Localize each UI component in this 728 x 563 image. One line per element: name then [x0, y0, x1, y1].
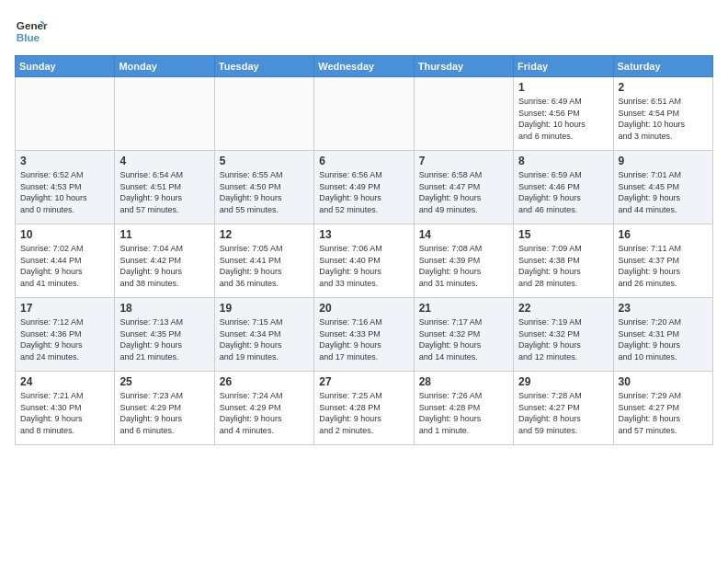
day-number: 1 — [518, 81, 608, 94]
svg-text:Blue: Blue — [17, 31, 40, 43]
calendar-cell: 2Sunrise: 6:51 AM Sunset: 4:54 PM Daylig… — [613, 77, 712, 151]
day-info: Sunrise: 6:59 AM Sunset: 4:46 PM Dayligh… — [518, 169, 608, 215]
day-number: 8 — [518, 155, 608, 167]
day-number: 2 — [619, 81, 708, 94]
day-info: Sunrise: 6:49 AM Sunset: 4:56 PM Dayligh… — [518, 96, 608, 142]
day-number: 9 — [619, 155, 708, 167]
day-info: Sunrise: 6:56 AM Sunset: 4:49 PM Dayligh… — [319, 169, 408, 215]
day-info: Sunrise: 7:02 AM Sunset: 4:44 PM Dayligh… — [20, 243, 109, 289]
calendar-header-row: SundayMondayTuesdayWednesdayThursdayFrid… — [16, 56, 713, 77]
day-number: 17 — [20, 302, 109, 315]
header: General Blue — [15, 15, 713, 48]
day-info: Sunrise: 6:55 AM Sunset: 4:50 PM Dayligh… — [220, 169, 309, 215]
day-number: 10 — [20, 228, 109, 241]
calendar-week-row-5: 24Sunrise: 7:21 AM Sunset: 4:30 PM Dayli… — [16, 372, 713, 445]
calendar-cell: 30Sunrise: 7:29 AM Sunset: 4:27 PM Dayli… — [613, 372, 712, 445]
day-number: 21 — [419, 302, 508, 315]
day-info: Sunrise: 7:04 AM Sunset: 4:42 PM Dayligh… — [119, 243, 209, 289]
day-info: Sunrise: 7:29 AM Sunset: 4:27 PM Dayligh… — [619, 390, 708, 436]
day-info: Sunrise: 7:01 AM Sunset: 4:45 PM Dayligh… — [619, 169, 708, 215]
calendar-cell: 19Sunrise: 7:15 AM Sunset: 4:34 PM Dayli… — [214, 298, 313, 372]
day-info: Sunrise: 7:24 AM Sunset: 4:29 PM Dayligh… — [220, 390, 309, 436]
calendar-header-wednesday: Wednesday — [314, 56, 414, 77]
calendar-cell: 11Sunrise: 7:04 AM Sunset: 4:42 PM Dayli… — [115, 224, 214, 298]
day-info: Sunrise: 7:09 AM Sunset: 4:38 PM Dayligh… — [518, 243, 608, 289]
calendar-cell — [16, 77, 115, 151]
calendar-cell: 4Sunrise: 6:54 AM Sunset: 4:51 PM Daylig… — [115, 151, 214, 224]
day-info: Sunrise: 7:17 AM Sunset: 4:32 PM Dayligh… — [419, 316, 508, 362]
calendar-week-row-1: 1Sunrise: 6:49 AM Sunset: 4:56 PM Daylig… — [16, 77, 713, 151]
day-number: 4 — [119, 155, 209, 167]
calendar-cell: 25Sunrise: 7:23 AM Sunset: 4:29 PM Dayli… — [115, 372, 214, 445]
day-info: Sunrise: 7:26 AM Sunset: 4:28 PM Dayligh… — [419, 390, 508, 436]
calendar-header-saturday: Saturday — [613, 56, 712, 77]
day-number: 15 — [518, 228, 608, 241]
calendar-cell: 12Sunrise: 7:05 AM Sunset: 4:41 PM Dayli… — [214, 224, 313, 298]
calendar-table: SundayMondayTuesdayWednesdayThursdayFrid… — [15, 55, 713, 445]
calendar-week-row-3: 10Sunrise: 7:02 AM Sunset: 4:44 PM Dayli… — [16, 224, 713, 298]
day-number: 28 — [419, 375, 508, 388]
calendar-cell: 28Sunrise: 7:26 AM Sunset: 4:28 PM Dayli… — [414, 372, 513, 445]
day-number: 27 — [319, 375, 408, 388]
day-number: 5 — [220, 155, 309, 167]
day-info: Sunrise: 7:12 AM Sunset: 4:36 PM Dayligh… — [20, 316, 109, 362]
calendar-header-thursday: Thursday — [414, 56, 513, 77]
calendar-cell: 14Sunrise: 7:08 AM Sunset: 4:39 PM Dayli… — [414, 224, 513, 298]
day-number: 16 — [619, 228, 708, 241]
day-number: 19 — [220, 302, 309, 315]
calendar-week-row-2: 3Sunrise: 6:52 AM Sunset: 4:53 PM Daylig… — [16, 151, 713, 224]
day-number: 26 — [220, 375, 309, 388]
day-number: 25 — [119, 375, 209, 388]
day-info: Sunrise: 6:54 AM Sunset: 4:51 PM Dayligh… — [119, 169, 209, 215]
calendar-cell: 9Sunrise: 7:01 AM Sunset: 4:45 PM Daylig… — [613, 151, 712, 224]
calendar-cell: 27Sunrise: 7:25 AM Sunset: 4:28 PM Dayli… — [314, 372, 414, 445]
day-number: 22 — [518, 302, 608, 315]
calendar-cell — [115, 77, 214, 151]
calendar-cell — [214, 77, 313, 151]
calendar-cell: 5Sunrise: 6:55 AM Sunset: 4:50 PM Daylig… — [214, 151, 313, 224]
calendar-cell: 7Sunrise: 6:58 AM Sunset: 4:47 PM Daylig… — [414, 151, 513, 224]
calendar-header-friday: Friday — [514, 56, 613, 77]
calendar-header-tuesday: Tuesday — [214, 56, 313, 77]
calendar-cell — [414, 77, 513, 151]
logo-icon: General Blue — [15, 15, 48, 48]
day-number: 3 — [20, 155, 109, 167]
logo: General Blue — [15, 15, 48, 48]
calendar-cell: 17Sunrise: 7:12 AM Sunset: 4:36 PM Dayli… — [16, 298, 115, 372]
calendar-cell: 3Sunrise: 6:52 AM Sunset: 4:53 PM Daylig… — [16, 151, 115, 224]
calendar-cell: 8Sunrise: 6:59 AM Sunset: 4:46 PM Daylig… — [514, 151, 613, 224]
day-number: 6 — [319, 155, 408, 167]
calendar-header-monday: Monday — [115, 56, 214, 77]
day-info: Sunrise: 7:13 AM Sunset: 4:35 PM Dayligh… — [119, 316, 209, 362]
day-number: 30 — [619, 375, 708, 388]
calendar-cell: 20Sunrise: 7:16 AM Sunset: 4:33 PM Dayli… — [314, 298, 414, 372]
day-number: 24 — [20, 375, 109, 388]
day-info: Sunrise: 7:21 AM Sunset: 4:30 PM Dayligh… — [20, 390, 109, 436]
day-info: Sunrise: 7:06 AM Sunset: 4:40 PM Dayligh… — [319, 243, 408, 289]
calendar-cell — [314, 77, 414, 151]
day-info: Sunrise: 7:05 AM Sunset: 4:41 PM Dayligh… — [220, 243, 309, 289]
day-info: Sunrise: 7:08 AM Sunset: 4:39 PM Dayligh… — [419, 243, 508, 289]
day-number: 7 — [419, 155, 508, 167]
day-info: Sunrise: 7:19 AM Sunset: 4:32 PM Dayligh… — [518, 316, 608, 362]
day-number: 20 — [319, 302, 408, 315]
calendar-cell: 23Sunrise: 7:20 AM Sunset: 4:31 PM Dayli… — [613, 298, 712, 372]
day-number: 29 — [518, 375, 608, 388]
calendar-header-sunday: Sunday — [16, 56, 115, 77]
day-number: 23 — [619, 302, 708, 315]
day-number: 14 — [419, 228, 508, 241]
calendar-cell: 26Sunrise: 7:24 AM Sunset: 4:29 PM Dayli… — [214, 372, 313, 445]
day-info: Sunrise: 6:58 AM Sunset: 4:47 PM Dayligh… — [419, 169, 508, 215]
day-info: Sunrise: 6:52 AM Sunset: 4:53 PM Dayligh… — [20, 169, 109, 215]
calendar-cell: 16Sunrise: 7:11 AM Sunset: 4:37 PM Dayli… — [613, 224, 712, 298]
calendar-cell: 6Sunrise: 6:56 AM Sunset: 4:49 PM Daylig… — [314, 151, 414, 224]
day-number: 12 — [220, 228, 309, 241]
day-number: 18 — [119, 302, 209, 315]
day-info: Sunrise: 7:16 AM Sunset: 4:33 PM Dayligh… — [319, 316, 408, 362]
svg-text:General: General — [17, 19, 48, 31]
calendar-cell: 22Sunrise: 7:19 AM Sunset: 4:32 PM Dayli… — [514, 298, 613, 372]
calendar-cell: 13Sunrise: 7:06 AM Sunset: 4:40 PM Dayli… — [314, 224, 414, 298]
calendar-week-row-4: 17Sunrise: 7:12 AM Sunset: 4:36 PM Dayli… — [16, 298, 713, 372]
day-info: Sunrise: 7:15 AM Sunset: 4:34 PM Dayligh… — [220, 316, 309, 362]
day-number: 13 — [319, 228, 408, 241]
